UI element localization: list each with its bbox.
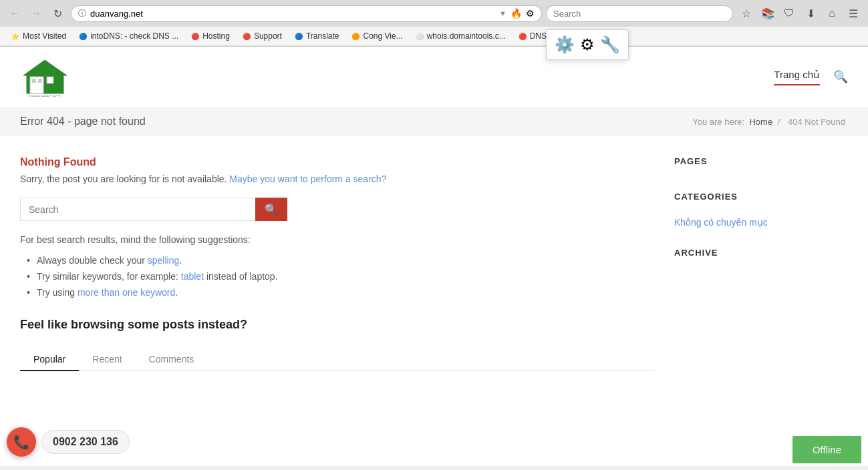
bookmark-favicon-3: 🔴 — [242, 31, 251, 41]
sidebar-pages-heading: PAGES — [674, 156, 848, 172]
page-header-bar: Error 404 - page not found You are here:… — [0, 107, 868, 136]
svg-rect-2 — [47, 77, 53, 83]
tip-spelling-link[interactable]: spelling — [148, 255, 179, 266]
bookmark-favicon-5: 🟠 — [351, 31, 360, 41]
bookmark-favicon-4: 🔵 — [294, 31, 303, 41]
security-icon: ⓘ — [78, 8, 86, 19]
nothing-found-text: Sorry, the post you are looking for is n… — [20, 174, 227, 184]
wrench-icon: 🔧 — [600, 35, 620, 54]
browser-toolbar: ← → ↻ ⓘ ▼ 🔥 ⚙ ⚙️ ⚙ 🔧 ☆ 📚 🛡 ⬇ ⌂ — [0, 0, 868, 27]
bookmark-item-4[interactable]: 🔵Translate — [289, 29, 345, 43]
refresh-button[interactable]: ↻ — [48, 4, 67, 23]
toolbar-actions: ☆ 📚 🛡 ⬇ ⌂ ☰ — [737, 4, 863, 23]
address-bar[interactable]: ⓘ ▼ 🔥 ⚙ — [71, 5, 542, 22]
search-bar-wrap: ⚙️ ⚙ 🔧 — [546, 5, 733, 22]
search-tips: For best search results, mind the follow… — [20, 234, 654, 245]
breadcrumb-current: 404 Not Found — [788, 117, 845, 127]
search-form: 🔍 — [20, 198, 287, 221]
library-icon[interactable]: 📚 — [758, 4, 777, 23]
nothing-found-desc: Sorry, the post you are looking for is n… — [20, 174, 654, 184]
url-input[interactable] — [90, 9, 495, 19]
tip-multiple-link[interactable]: more than one keyword — [78, 287, 175, 298]
phone-icon[interactable]: 📞 — [7, 427, 36, 457]
offline-widget[interactable]: Offline — [792, 436, 861, 463]
perform-search-link[interactable]: Maybe you want to perform a search? — [229, 174, 386, 184]
sidebar-categories: CATEGORIES Không có chuyên mục — [674, 192, 848, 228]
page-wrapper: DUANVANG.NET Trang chủ 🔍 Error 404 - pag… — [0, 47, 868, 466]
bookmark-label-0: Most Visited — [23, 31, 66, 41]
tab-comments[interactable]: Comments — [136, 348, 208, 370]
tab-recent[interactable]: Recent — [79, 348, 135, 370]
sidebar: PAGES CATEGORIES Không có chuyên mục ARC… — [674, 156, 848, 385]
bookmark-favicon-1: 🔵 — [78, 31, 88, 41]
breadcrumb-home[interactable]: Home — [749, 117, 772, 127]
post-tabs: Popular Recent Comments — [20, 348, 654, 371]
gear-popup: ⚙️ ⚙ 🔧 — [546, 29, 629, 60]
bookmark-label-2: Hosting — [202, 31, 230, 41]
site-logo: DUANVANG.NET — [20, 57, 70, 97]
tips-list: Always double check your spelling. Try s… — [20, 255, 654, 298]
content-search-input[interactable] — [20, 198, 255, 221]
sidebar-categories-heading: CATEGORIES — [674, 192, 848, 207]
bookmark-favicon-2: 🔴 — [190, 31, 200, 41]
svg-rect-4 — [32, 79, 36, 83]
browse-heading: Feel like browsing some posts instead? — [20, 318, 654, 332]
tip-item-2: Try similar keywords, for example: table… — [27, 271, 654, 282]
browser-chrome: ← → ↻ ⓘ ▼ 🔥 ⚙ ⚙️ ⚙ 🔧 ☆ 📚 🛡 ⬇ ⌂ — [0, 0, 868, 47]
error-title: Error 404 - page not found — [20, 115, 146, 128]
bookmark-item-3[interactable]: 🔴Support — [237, 29, 287, 43]
home-icon[interactable]: ⌂ — [823, 4, 841, 23]
bookmark-label-1: intoDNS: - check DNS ... — [90, 31, 178, 41]
bookmark-favicon-7: 🔴 — [518, 31, 527, 41]
svg-text:DUANVANG.NET: DUANVANG.NET — [29, 95, 61, 97]
bookmark-item-5[interactable]: 🟠Cong Vie... — [345, 29, 408, 43]
sidebar-archive: ARCHIVE — [674, 248, 848, 263]
phone-number: 0902 230 136 — [41, 430, 130, 454]
menu-icon[interactable]: ☰ — [844, 4, 863, 23]
logo-svg: DUANVANG.NET — [20, 57, 70, 97]
content-area: Nothing Found Sorry, the post you are lo… — [20, 156, 654, 385]
sidebar-category-link[interactable]: Không có chuyên mục — [674, 217, 848, 228]
address-dropdown-icon[interactable]: ▼ — [499, 9, 507, 17]
forward-button[interactable]: → — [27, 4, 45, 23]
main-layout: Nothing Found Sorry, the post you are lo… — [0, 136, 868, 405]
browser-search-input[interactable] — [546, 5, 733, 22]
bookmark-item-2[interactable]: 🔴Hosting — [185, 29, 235, 43]
gear-gray-icon: ⚙ — [580, 35, 595, 54]
bookmarks-bar: ⭐Most Visited🔵intoDNS: - check DNS ...🔴H… — [0, 27, 868, 46]
sidebar-archive-heading: ARCHIVE — [674, 248, 848, 263]
site-nav: Trang chủ 🔍 — [774, 69, 848, 85]
bookmark-item-0[interactable]: ⭐Most Visited — [5, 29, 71, 43]
tab-popular[interactable]: Popular — [20, 348, 79, 371]
tip-tablet-link[interactable]: tablet — [181, 271, 204, 282]
breadcrumb-prefix: You are here: — [692, 117, 744, 127]
nav-buttons: ← → ↻ — [5, 4, 67, 23]
shield-icon[interactable]: 🛡 — [780, 4, 799, 23]
bookmark-favicon-0: ⭐ — [11, 31, 20, 41]
extension-icon[interactable]: ⚙ — [526, 8, 535, 19]
firefox-sync-icon[interactable]: 🔥 — [511, 8, 522, 19]
star-icon[interactable]: ☆ — [737, 4, 756, 23]
svg-rect-5 — [38, 79, 42, 83]
breadcrumb-sep: / — [778, 117, 782, 127]
sidebar-pages: PAGES — [674, 156, 848, 172]
gear-blue-icon: ⚙️ — [555, 35, 575, 54]
breadcrumb: You are here: Home / 404 Not Found — [690, 117, 848, 127]
nav-search-icon[interactable]: 🔍 — [833, 69, 848, 84]
bookmark-item-1[interactable]: 🔵intoDNS: - check DNS ... — [73, 29, 184, 43]
nothing-found-title: Nothing Found — [20, 156, 654, 168]
bookmark-label-3: Support — [254, 31, 282, 41]
phone-widget: 📞 0902 230 136 — [7, 427, 130, 457]
content-search-button[interactable]: 🔍 — [255, 198, 287, 221]
back-button[interactable]: ← — [5, 4, 24, 23]
bookmark-label-5: Cong Vie... — [363, 31, 402, 41]
bookmark-item-6[interactable]: ⚪whois.domaintools.c... — [410, 29, 511, 43]
bookmark-label-4: Translate — [306, 31, 339, 41]
tip-item-1: Always double check your spelling. — [27, 255, 654, 266]
tip-item-3: Try using more than one keyword. — [27, 287, 654, 298]
download-icon[interactable]: ⬇ — [801, 4, 820, 23]
bookmark-label-6: whois.domaintools.c... — [427, 31, 506, 41]
site-header: DUANVANG.NET Trang chủ 🔍 — [0, 47, 868, 107]
nav-trangchu[interactable]: Trang chủ — [774, 69, 820, 85]
bookmark-favicon-6: ⚪ — [415, 31, 424, 41]
